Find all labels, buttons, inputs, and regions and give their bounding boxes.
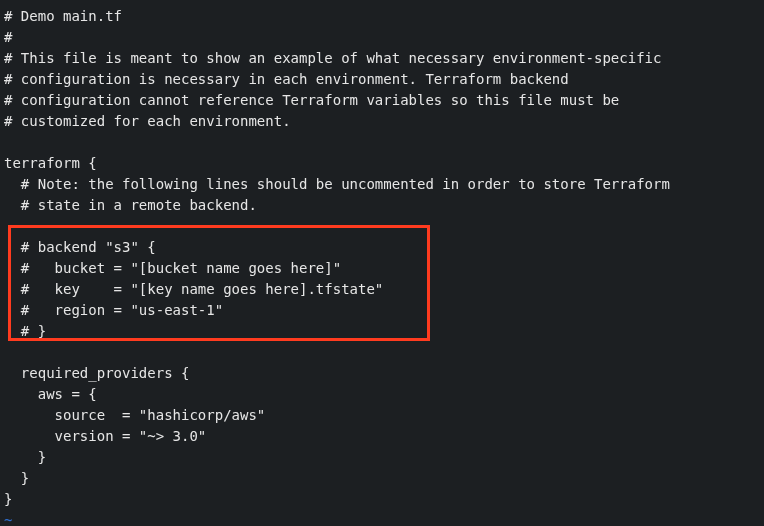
code-line: }: [4, 449, 46, 465]
code-line: # Note: the following lines should be un…: [4, 176, 670, 192]
code-line: # }: [4, 323, 46, 339]
code-line: required_providers {: [4, 365, 189, 381]
code-line: aws = {: [4, 386, 97, 402]
code-line: #: [4, 29, 12, 45]
code-line: # configuration cannot reference Terrafo…: [4, 92, 619, 108]
code-line: # backend "s3" {: [4, 239, 156, 255]
code-line: # Demo main.tf: [4, 8, 122, 24]
code-line: # region = "us-east-1": [4, 302, 223, 318]
code-line: # state in a remote backend.: [4, 197, 257, 213]
code-line: }: [4, 491, 12, 507]
code-line: version = "~> 3.0": [4, 428, 206, 444]
code-block: # Demo main.tf # # This file is meant to…: [0, 0, 764, 526]
code-line: # This file is meant to show an example …: [4, 50, 661, 66]
eof-tilde: ~: [4, 512, 12, 526]
code-line: # configuration is necessary in each env…: [4, 71, 569, 87]
code-line: }: [4, 470, 29, 486]
code-line: # bucket = "[bucket name goes here]": [4, 260, 341, 276]
code-line: terraform {: [4, 155, 97, 171]
code-line: # key = "[key name goes here].tfstate": [4, 281, 383, 297]
code-line: # customized for each environment.: [4, 113, 291, 129]
code-line: source = "hashicorp/aws": [4, 407, 265, 423]
